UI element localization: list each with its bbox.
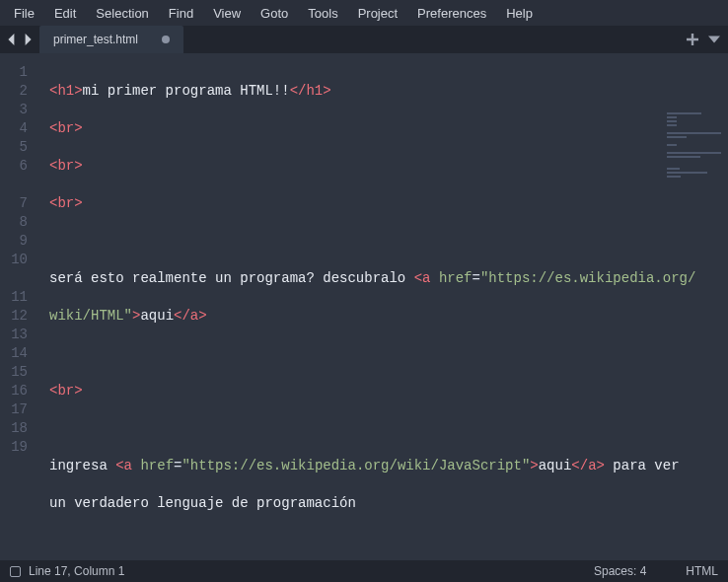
- file-tab[interactable]: primer_test.html: [39, 26, 183, 53]
- menu-help[interactable]: Help: [498, 3, 541, 24]
- menu-tools[interactable]: Tools: [300, 3, 345, 24]
- line-number: 15: [0, 363, 37, 382]
- menu-view[interactable]: View: [205, 3, 249, 24]
- line-number: 18: [0, 419, 37, 438]
- menu-goto[interactable]: Goto: [253, 3, 296, 24]
- panel-toggle-icon[interactable]: [10, 566, 21, 577]
- tab-bar: primer_test.html: [0, 26, 728, 53]
- line-number: 12: [0, 307, 37, 326]
- tab-filename: primer_test.html: [53, 33, 138, 46]
- line-number: 5: [0, 138, 37, 157]
- menu-file[interactable]: File: [6, 3, 42, 24]
- code-token: será esto realmente un programa? descubr…: [49, 270, 414, 286]
- line-number: 9: [0, 232, 37, 251]
- menu-edit[interactable]: Edit: [46, 3, 84, 24]
- code-token: <a: [115, 458, 140, 473]
- code-token: aqui: [140, 308, 174, 324]
- code-token: <a: [414, 270, 439, 286]
- status-language[interactable]: HTML: [686, 564, 718, 578]
- code-token: </a>: [174, 308, 207, 324]
- code-token: <br>: [49, 195, 83, 211]
- line-number: 19: [0, 438, 37, 457]
- line-number: 17: [0, 400, 37, 419]
- line-number: 7: [0, 194, 37, 213]
- new-tab-icon[interactable]: [687, 34, 698, 45]
- line-gutter: 1 2 3 4 5 6 7 8 9 10 11 12 13 14 15 16 1…: [0, 53, 37, 560]
- menu-bar: File Edit Selection Find View Goto Tools…: [0, 0, 728, 26]
- code-token: href: [439, 270, 473, 286]
- code-token: un verdadero lenguaje de programación: [49, 495, 356, 511]
- line-number: 16: [0, 382, 37, 400]
- dirty-indicator-icon: [162, 36, 170, 43]
- status-indent[interactable]: Spaces: 4: [594, 564, 646, 578]
- line-number: 6: [0, 157, 37, 176]
- code-token: </a>: [571, 458, 605, 473]
- line-number: 3: [0, 101, 37, 119]
- line-number: [0, 269, 37, 288]
- history-forward-icon[interactable]: [22, 34, 34, 45]
- code-token: <br>: [49, 158, 83, 174]
- line-number: 8: [0, 213, 37, 232]
- menu-preferences[interactable]: Preferences: [409, 3, 494, 24]
- line-number: 14: [0, 344, 37, 363]
- menu-find[interactable]: Find: [161, 3, 201, 24]
- code-token: <h1>: [49, 83, 83, 99]
- menu-selection[interactable]: Selection: [88, 3, 156, 24]
- menu-project[interactable]: Project: [350, 3, 405, 24]
- status-bar: Line 17, Column 1 Spaces: 4 HTML: [0, 560, 728, 582]
- tab-dropdown-icon[interactable]: [708, 34, 720, 45]
- code-token: </h1>: [290, 83, 331, 99]
- code-token: ingresa: [49, 458, 115, 473]
- history-back-icon[interactable]: [6, 34, 18, 45]
- code-token: wiki/HTML": [49, 308, 132, 324]
- line-number: 10: [0, 251, 37, 269]
- line-number: 4: [0, 119, 37, 138]
- editor-area[interactable]: 1 2 3 4 5 6 7 8 9 10 11 12 13 14 15 16 1…: [0, 53, 728, 560]
- code-token: <br>: [49, 383, 83, 399]
- line-number: 2: [0, 82, 37, 101]
- code-token: aqui: [539, 458, 572, 473]
- minimap[interactable]: [667, 112, 724, 221]
- line-number: 13: [0, 326, 37, 344]
- status-cursor-position[interactable]: Line 17, Column 1: [29, 564, 124, 578]
- line-number: 11: [0, 288, 37, 307]
- code-token: >: [530, 458, 538, 473]
- line-number: 1: [0, 63, 37, 82]
- code-token: "https://es.wikipedia.org/wiki/JavaScrip…: [182, 458, 530, 473]
- code-token: para ver: [605, 458, 680, 473]
- code-content[interactable]: <h1>mi primer programa HTML!!</h1> <br> …: [37, 53, 728, 560]
- code-token: <br>: [49, 120, 83, 136]
- code-token: mi primer programa HTML!!: [83, 83, 290, 99]
- nav-arrows: [0, 34, 39, 45]
- code-token: =: [473, 270, 480, 286]
- line-number: [0, 176, 37, 194]
- code-token: href: [140, 458, 174, 473]
- code-token: "https://es.wikipedia.org/: [480, 270, 695, 286]
